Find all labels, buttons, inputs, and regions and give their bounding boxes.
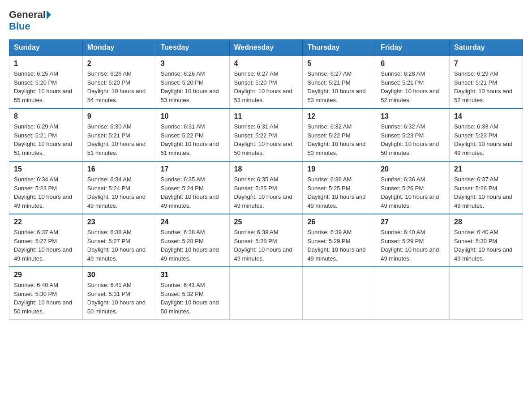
- day-info: Sunrise: 6:27 AMSunset: 5:20 PMDaylight:…: [234, 69, 298, 104]
- day-info: Sunrise: 6:27 AMSunset: 5:21 PMDaylight:…: [307, 69, 371, 104]
- table-row: 14Sunrise: 6:33 AMSunset: 5:23 PMDayligh…: [450, 108, 523, 161]
- table-row: 23Sunrise: 6:38 AMSunset: 5:27 PMDayligh…: [82, 214, 156, 267]
- day-number: 15: [14, 165, 78, 173]
- day-number: 10: [161, 112, 225, 120]
- day-info: Sunrise: 6:31 AMSunset: 5:22 PMDaylight:…: [161, 122, 225, 157]
- day-number: 31: [161, 271, 225, 279]
- day-info: Sunrise: 6:34 AMSunset: 5:24 PMDaylight:…: [87, 175, 151, 210]
- day-number: 14: [454, 112, 518, 120]
- logo-blue-text: Blue: [9, 21, 30, 32]
- day-number: 1: [14, 60, 78, 68]
- table-row: 27Sunrise: 6:40 AMSunset: 5:29 PMDayligh…: [376, 214, 450, 267]
- col-sunday: Sunday: [9, 40, 83, 56]
- table-row: 13Sunrise: 6:32 AMSunset: 5:23 PMDayligh…: [376, 108, 450, 161]
- day-info: Sunrise: 6:37 AMSunset: 5:26 PMDaylight:…: [454, 175, 518, 210]
- day-info: Sunrise: 6:41 AMSunset: 5:31 PMDaylight:…: [87, 281, 151, 316]
- table-row: 29Sunrise: 6:40 AMSunset: 5:30 PMDayligh…: [9, 267, 83, 320]
- day-info: Sunrise: 6:40 AMSunset: 5:29 PMDaylight:…: [381, 228, 445, 263]
- table-row: 20Sunrise: 6:36 AMSunset: 5:26 PMDayligh…: [376, 161, 450, 214]
- col-thursday: Thursday: [303, 40, 376, 56]
- day-info: Sunrise: 6:32 AMSunset: 5:22 PMDaylight:…: [307, 122, 371, 157]
- day-number: 17: [161, 165, 225, 173]
- table-row: 21Sunrise: 6:37 AMSunset: 5:26 PMDayligh…: [450, 161, 523, 214]
- calendar-week-row: 15Sunrise: 6:34 AMSunset: 5:23 PMDayligh…: [9, 161, 523, 214]
- day-info: Sunrise: 6:35 AMSunset: 5:25 PMDaylight:…: [234, 175, 298, 210]
- calendar-week-row: 8Sunrise: 6:29 AMSunset: 5:21 PMDaylight…: [9, 108, 523, 161]
- day-info: Sunrise: 6:38 AMSunset: 5:28 PMDaylight:…: [161, 228, 225, 263]
- table-row: [450, 267, 523, 320]
- table-row: 5Sunrise: 6:27 AMSunset: 5:21 PMDaylight…: [303, 56, 376, 108]
- day-info: Sunrise: 6:36 AMSunset: 5:26 PMDaylight:…: [381, 175, 445, 210]
- calendar-week-row: 22Sunrise: 6:37 AMSunset: 5:27 PMDayligh…: [9, 214, 523, 267]
- logo: General Blue: [9, 9, 52, 32]
- logo-general-text: General: [9, 9, 46, 21]
- day-info: Sunrise: 6:33 AMSunset: 5:23 PMDaylight:…: [454, 122, 518, 157]
- calendar-week-row: 29Sunrise: 6:40 AMSunset: 5:30 PMDayligh…: [9, 267, 523, 320]
- day-info: Sunrise: 6:31 AMSunset: 5:22 PMDaylight:…: [234, 122, 298, 157]
- day-number: 5: [307, 60, 371, 68]
- day-info: Sunrise: 6:38 AMSunset: 5:27 PMDaylight:…: [87, 228, 151, 263]
- table-row: [376, 267, 450, 320]
- day-number: 16: [87, 165, 151, 173]
- day-info: Sunrise: 6:28 AMSunset: 5:21 PMDaylight:…: [381, 69, 445, 104]
- table-row: 25Sunrise: 6:39 AMSunset: 5:28 PMDayligh…: [229, 214, 303, 267]
- day-number: 13: [381, 112, 445, 120]
- day-number: 25: [234, 218, 298, 226]
- day-info: Sunrise: 6:39 AMSunset: 5:29 PMDaylight:…: [307, 228, 371, 263]
- day-number: 19: [307, 165, 371, 173]
- table-row: 3Sunrise: 6:26 AMSunset: 5:20 PMDaylight…: [156, 56, 229, 108]
- day-number: 9: [87, 112, 151, 120]
- day-number: 12: [307, 112, 371, 120]
- day-info: Sunrise: 6:34 AMSunset: 5:23 PMDaylight:…: [14, 175, 78, 210]
- day-info: Sunrise: 6:29 AMSunset: 5:21 PMDaylight:…: [454, 69, 518, 104]
- day-info: Sunrise: 6:32 AMSunset: 5:23 PMDaylight:…: [381, 122, 445, 157]
- header-row: Sunday Monday Tuesday Wednesday Thursday…: [9, 40, 523, 56]
- calendar-table: Sunday Monday Tuesday Wednesday Thursday…: [9, 39, 523, 320]
- table-row: 6Sunrise: 6:28 AMSunset: 5:21 PMDaylight…: [376, 56, 450, 108]
- day-number: 11: [234, 112, 298, 120]
- day-info: Sunrise: 6:25 AMSunset: 5:20 PMDaylight:…: [14, 69, 78, 104]
- table-row: 31Sunrise: 6:41 AMSunset: 5:32 PMDayligh…: [156, 267, 229, 320]
- table-row: 24Sunrise: 6:38 AMSunset: 5:28 PMDayligh…: [156, 214, 229, 267]
- day-number: 29: [14, 271, 78, 279]
- day-info: Sunrise: 6:39 AMSunset: 5:28 PMDaylight:…: [234, 228, 298, 263]
- day-info: Sunrise: 6:26 AMSunset: 5:20 PMDaylight:…: [87, 69, 151, 104]
- table-row: 19Sunrise: 6:36 AMSunset: 5:25 PMDayligh…: [303, 161, 376, 214]
- day-info: Sunrise: 6:35 AMSunset: 5:24 PMDaylight:…: [161, 175, 225, 210]
- day-info: Sunrise: 6:26 AMSunset: 5:20 PMDaylight:…: [161, 69, 225, 104]
- table-row: 16Sunrise: 6:34 AMSunset: 5:24 PMDayligh…: [82, 161, 156, 214]
- col-friday: Friday: [376, 40, 450, 56]
- col-monday: Monday: [82, 40, 156, 56]
- day-info: Sunrise: 6:29 AMSunset: 5:21 PMDaylight:…: [14, 122, 78, 157]
- day-number: 20: [381, 165, 445, 173]
- table-row: [229, 267, 303, 320]
- logo-arrow-icon: [47, 10, 51, 19]
- calendar-week-row: 1Sunrise: 6:25 AMSunset: 5:20 PMDaylight…: [9, 56, 523, 108]
- day-number: 26: [307, 218, 371, 226]
- day-number: 4: [234, 60, 298, 68]
- table-row: 8Sunrise: 6:29 AMSunset: 5:21 PMDaylight…: [9, 108, 83, 161]
- day-number: 8: [14, 112, 78, 120]
- col-saturday: Saturday: [450, 40, 523, 56]
- table-row: 17Sunrise: 6:35 AMSunset: 5:24 PMDayligh…: [156, 161, 229, 214]
- day-info: Sunrise: 6:30 AMSunset: 5:21 PMDaylight:…: [87, 122, 151, 157]
- day-number: 23: [87, 218, 151, 226]
- table-row: 11Sunrise: 6:31 AMSunset: 5:22 PMDayligh…: [229, 108, 303, 161]
- day-number: 2: [87, 60, 151, 68]
- day-number: 7: [454, 60, 518, 68]
- day-number: 3: [161, 60, 225, 68]
- table-row: 12Sunrise: 6:32 AMSunset: 5:22 PMDayligh…: [303, 108, 376, 161]
- table-row: 22Sunrise: 6:37 AMSunset: 5:27 PMDayligh…: [9, 214, 83, 267]
- day-number: 6: [381, 60, 445, 68]
- table-row: 10Sunrise: 6:31 AMSunset: 5:22 PMDayligh…: [156, 108, 229, 161]
- col-tuesday: Tuesday: [156, 40, 229, 56]
- table-row: 30Sunrise: 6:41 AMSunset: 5:31 PMDayligh…: [82, 267, 156, 320]
- day-number: 28: [454, 218, 518, 226]
- day-info: Sunrise: 6:37 AMSunset: 5:27 PMDaylight:…: [14, 228, 78, 263]
- table-row: 2Sunrise: 6:26 AMSunset: 5:20 PMDaylight…: [82, 56, 156, 108]
- day-number: 22: [14, 218, 78, 226]
- day-info: Sunrise: 6:36 AMSunset: 5:25 PMDaylight:…: [307, 175, 371, 210]
- day-number: 27: [381, 218, 445, 226]
- table-row: 18Sunrise: 6:35 AMSunset: 5:25 PMDayligh…: [229, 161, 303, 214]
- day-number: 24: [161, 218, 225, 226]
